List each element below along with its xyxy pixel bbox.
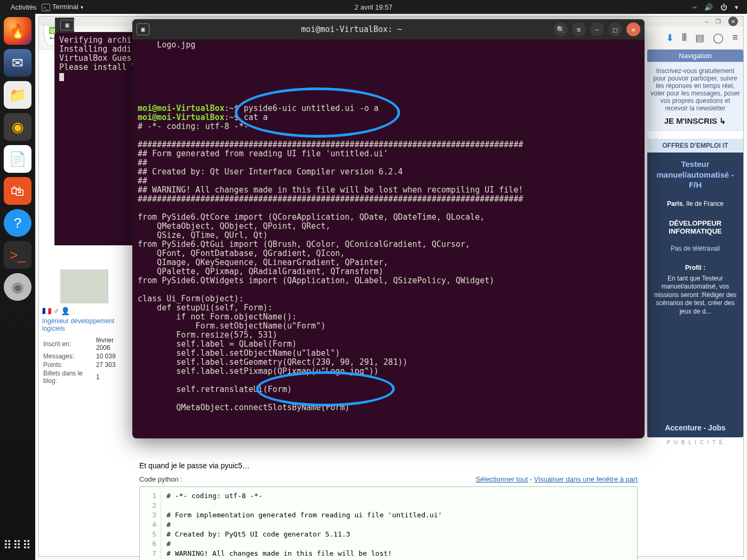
dock-rhythmbox[interactable]: ◉ — [4, 113, 31, 141]
app-menu[interactable]: >_ Terminal — [42, 3, 83, 12]
ad-label: P U B L I C I T É — [647, 439, 743, 445]
profile-role: Ingénieur développement logiciels — [42, 317, 126, 332]
window-maximize[interactable]: □ — [608, 22, 622, 36]
nav-heading: Navigation — [647, 50, 743, 62]
gnome-topbar: Activités >_ Terminal 2 avril 19:57 ⎓ 🔊 … — [0, 0, 747, 14]
cursor — [59, 73, 64, 81]
code-label: Code python : — [139, 475, 182, 483]
jobs-heading: OFFRES D'EMPLOI IT — [647, 139, 743, 153]
dock-software[interactable]: 🛍 — [4, 177, 31, 205]
table-row: Billets dans le blog:1 — [43, 370, 125, 385]
table-row: Messages:10 039 — [43, 353, 125, 360]
select-all-link[interactable]: Sélectionner tout — [476, 475, 528, 483]
account-icon[interactable]: ◯ — [713, 32, 724, 44]
code-gutter: 1234567 — [140, 491, 161, 558]
dock-writer[interactable]: 📄 — [4, 145, 31, 173]
code-lines: # -*- coding: utf-8 -*-# Form implementa… — [166, 491, 442, 558]
network-icon[interactable]: ⎓ — [693, 3, 697, 11]
window-close[interactable]: ✕ — [728, 17, 738, 26]
dock-files[interactable]: 📁 — [4, 81, 31, 109]
terminal-titlebar: ▣ moi@moi-VirtualBox: ~ 🔍 ≡ – □ ✕ — [132, 19, 645, 39]
job-company: Accenture - Jobs — [647, 423, 743, 432]
volume-icon[interactable]: 🔊 — [704, 3, 713, 11]
terminal-window[interactable]: ▣ moi@moi-VirtualBox: ~ 🔍 ≡ – □ ✕ Logo.j… — [132, 19, 645, 438]
post-paragraph: Et quand je le passe via pyuic5… — [139, 461, 638, 470]
dock-disc[interactable]: ◉ — [4, 273, 31, 301]
dock-show-apps[interactable]: ⠿⠿⠿ — [3, 539, 32, 553]
jobs-panel[interactable]: OFFRES D'EMPLOI IT Testeur manuel/automa… — [647, 139, 743, 437]
job-title: Testeur manuel/automatisé - F/H — [650, 159, 740, 190]
job-location: Paris, Ile de France — [650, 200, 740, 207]
dock-thunderbird[interactable]: ✉ — [4, 49, 31, 77]
reader-icon[interactable]: ▤ — [695, 32, 704, 44]
dock: 🔥 ✉ 📁 ◉ 📄 🛍 ? >_ ◉ ⠿⠿⠿ — [0, 14, 35, 560]
window-maximize[interactable]: ❐ — [716, 18, 721, 25]
dock-terminal[interactable]: >_ — [4, 241, 31, 269]
downloads-icon[interactable]: ⬇ — [666, 32, 674, 44]
job-profile-label: Profil : — [650, 264, 740, 271]
forum-sidebar: Navigation Inscrivez-vous gratuitement p… — [647, 50, 743, 556]
job-role: DÉVELOPPEUR INFORMATIQUE — [650, 219, 740, 235]
avatar — [60, 269, 108, 303]
terminal-icon: >_ — [42, 4, 50, 11]
window-close[interactable]: ✕ — [626, 22, 640, 36]
dock-help[interactable]: ? — [4, 209, 31, 237]
window-minimize[interactable]: – — [705, 18, 708, 25]
power-icon[interactable]: ⏻ — [720, 3, 727, 11]
background-terminal-titlebar: ▣ — [55, 18, 74, 33]
search-icon[interactable]: 🔍 — [554, 22, 568, 36]
library-icon[interactable]: 𝄃𝄃 — [682, 32, 687, 44]
clock[interactable]: 2 avril 19:57 — [355, 3, 393, 11]
table-row: Points:27 303 — [43, 361, 125, 369]
activities-button[interactable]: Activités — [11, 3, 36, 11]
profile-stats: Inscrit en:février 2006 Messages:10 039 … — [42, 335, 126, 386]
signup-button[interactable]: JE M'INSCRIS ↳ — [650, 116, 740, 126]
nav-panel: Navigation Inscrivez-vous gratuitement p… — [647, 50, 743, 131]
code-box[interactable]: 1234567 # -*- coding: utf-8 -*-# Form im… — [139, 486, 638, 560]
hamburger-icon[interactable]: ≡ — [572, 22, 586, 36]
table-row: Inscrit en:février 2006 — [43, 337, 125, 351]
terminal-title: moi@moi-VirtualBox: ~ — [154, 25, 550, 34]
window-minimize[interactable]: – — [590, 22, 604, 36]
profile-badges: 🇫🇷 ♂ 👤 — [42, 307, 126, 315]
view-in-window-link[interactable]: Visualiser dans une fenêtre à part — [534, 475, 638, 483]
system-menu-caret-icon[interactable]: ▾ — [735, 3, 738, 11]
dock-firefox[interactable]: 🔥 — [4, 17, 31, 45]
nav-text: Inscrivez-vous gratuitement pour pouvoir… — [650, 67, 740, 112]
job-remote: Pas de télétravail — [650, 245, 740, 252]
new-tab-icon[interactable]: ▣ — [137, 23, 149, 35]
app-menu-label: Terminal — [52, 3, 78, 11]
job-desc: En tant que Testeur manuel/automatisé, v… — [650, 275, 740, 316]
terminal-body[interactable]: Logo.jpg moi@moi-VirtualBox:~$ pyside6-u… — [132, 39, 645, 438]
new-tab-icon[interactable]: ▣ — [60, 20, 74, 30]
menu-icon[interactable]: ≡ — [732, 32, 738, 44]
